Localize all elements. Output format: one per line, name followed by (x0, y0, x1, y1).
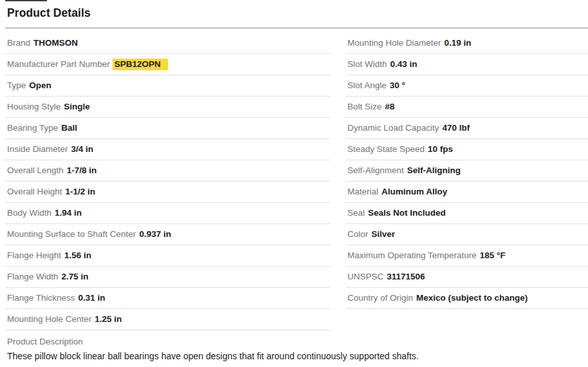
spec-label: Slot Angle (347, 81, 387, 90)
tab-indicator (5, 0, 47, 1)
spec-row: Manufacturer Part Number SPB12OPN (5, 54, 330, 75)
spec-label: Mounting Hole Diameter (347, 39, 441, 48)
spec-label: Mounting Hole Center (7, 315, 91, 324)
spec-row: Type Open (5, 75, 330, 97)
spec-value: 1.56 in (64, 251, 91, 260)
spec-value: Aluminum Alloy (381, 187, 447, 196)
product-description-label: Product Description (7, 330, 588, 346)
spec-label: Country of Origin (347, 294, 413, 303)
spec-row: Material Aluminum Alloy (345, 182, 588, 203)
spec-label: Body Width (7, 209, 51, 218)
spec-value: THOMSON (33, 39, 78, 48)
spec-value: 10 fps (428, 145, 453, 154)
product-description-text: These pillow block linear ball bearings … (7, 351, 588, 361)
spec-label: UNSPSC (347, 272, 383, 281)
spec-row: Bearing Type Ball (5, 118, 330, 139)
spec-label: Type (7, 81, 26, 90)
spec-value: 1-1/2 in (66, 187, 96, 196)
spec-value: Ball (61, 124, 77, 133)
spec-row: Slot Angle 30 ° (345, 75, 588, 97)
spec-value: Self-Aligning (407, 166, 461, 175)
spec-row: Dynamic Load Capacity 470 lbf (345, 118, 588, 139)
spec-label: Inside Diameter (7, 145, 68, 154)
spec-column-left: Brand THOMSON Manufacturer Part Number S… (5, 33, 330, 330)
spec-label: Flange Thickness (7, 294, 75, 303)
spec-row: Flange Height 1.56 in (5, 245, 330, 267)
spec-label: Overall Height (7, 187, 62, 196)
spec-value: #8 (385, 102, 394, 111)
spec-row: Mounting Surface to Shaft Center 0.937 i… (5, 224, 330, 245)
spec-row: Housing Style Single (5, 97, 330, 118)
spec-value: Open (29, 81, 51, 90)
spec-value: 1-7/8 in (67, 166, 97, 175)
spec-label: Overall Length (7, 166, 64, 175)
spec-value: 0.31 in (78, 294, 106, 303)
spec-value: SPB12OPN (113, 59, 168, 70)
spec-label: Mounting Surface to Shaft Center (7, 230, 136, 239)
spec-label: Color (347, 230, 368, 239)
spec-row: Flange Width 2.75 in (5, 267, 330, 288)
product-details-panel: Product Details Brand THOMSON Manufactur… (5, 0, 588, 361)
spec-row: Bolt Size #8 (345, 97, 588, 118)
spec-row: Inside Diameter 3/4 in (5, 139, 330, 160)
spec-label: Self-Alignment (347, 166, 404, 175)
spec-value: Single (64, 102, 90, 111)
spec-label: Brand (7, 39, 30, 48)
page-title: Product Details (5, 0, 588, 20)
spec-value: 2.75 in (62, 272, 89, 281)
spec-row: UNSPSC 31171506 (345, 267, 588, 288)
spec-value: Seals Not Included (368, 209, 446, 218)
spec-row: Steady State Speed 10 fps (345, 139, 588, 160)
spec-row: Seal Seals Not Included (345, 203, 588, 224)
spec-value: 31171506 (387, 272, 425, 281)
product-description-section: Product Description These pillow block l… (5, 330, 588, 361)
spec-label: Steady State Speed (347, 145, 425, 154)
spec-label: Dynamic Load Capacity (347, 124, 439, 133)
spec-value: 0.43 in (390, 60, 418, 69)
spec-column-right: Mounting Hole Diameter 0.19 in Slot Widt… (345, 33, 588, 309)
spec-row: Overall Height 1-1/2 in (5, 182, 330, 203)
spec-value: 1.25 in (95, 315, 122, 324)
spec-label: Bearing Type (7, 124, 58, 133)
spec-row: Self-Alignment Self-Aligning (345, 160, 588, 182)
spec-label: Material (347, 187, 378, 196)
spec-row: Maximum Operating Temperature 185 °F (345, 245, 588, 267)
spec-value: 0.19 in (445, 39, 472, 48)
spec-label: Flange Width (7, 272, 59, 281)
spec-label: Slot Width (347, 60, 387, 69)
spec-value: 1.94 in (55, 209, 82, 218)
spec-label: Maximum Operating Temperature (347, 251, 477, 260)
spec-value: 0.937 in (139, 230, 171, 239)
spec-row: Country of Origin Mexico (subject to cha… (345, 288, 588, 309)
spec-label: Seal (347, 209, 365, 218)
spec-value: 3/4 in (71, 145, 94, 154)
spec-label: Manufacturer Part Number (7, 60, 110, 69)
spec-columns: Brand THOMSON Manufacturer Part Number S… (5, 28, 588, 330)
spec-label: Bolt Size (347, 102, 381, 111)
spec-value: 30 ° (390, 81, 405, 90)
spec-row: Mounting Hole Center 1.25 in (5, 309, 330, 330)
spec-value: Silver (371, 230, 395, 239)
spec-value: 470 lbf (443, 124, 470, 133)
spec-row: Slot Width 0.43 in (345, 54, 588, 75)
spec-row: Flange Thickness 0.31 in (5, 288, 330, 309)
spec-value: 185 °F (480, 251, 506, 260)
spec-label: Flange Height (7, 251, 61, 260)
spec-row: Brand THOMSON (5, 33, 330, 54)
spec-row: Color Silver (345, 224, 588, 245)
spec-label: Housing Style (7, 102, 60, 111)
spec-value: Mexico (subject to change) (416, 294, 528, 303)
spec-row: Body Width 1.94 in (5, 203, 330, 224)
spec-row: Overall Length 1-7/8 in (5, 160, 330, 182)
spec-row: Mounting Hole Diameter 0.19 in (345, 33, 588, 54)
